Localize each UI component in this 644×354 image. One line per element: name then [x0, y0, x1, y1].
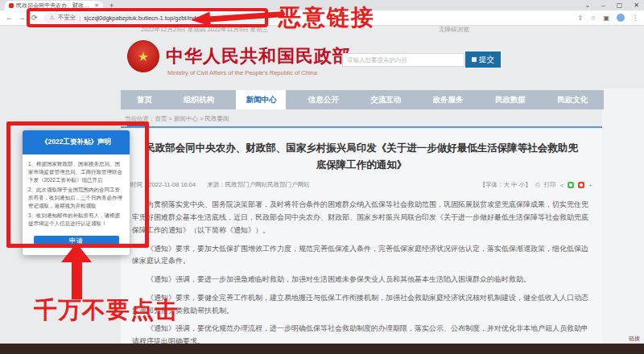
site-header: ★ 中华人民共和国民政部 Ministry of Civil Affairs o…: [121, 34, 604, 88]
nav-item-culture[interactable]: 民政文化: [547, 90, 597, 109]
printer-icon: ⎙: [535, 181, 540, 189]
forward-icon[interactable]: →: [19, 14, 26, 22]
window-minimize-button[interactable]: –: [601, 2, 605, 9]
profile-avatar[interactable]: [617, 14, 625, 22]
nav-item-info-disclosure[interactable]: 信息公开: [299, 90, 349, 109]
breadcrumb-divider-line: [121, 126, 602, 128]
nav-item-services[interactable]: 政务服务: [423, 90, 473, 109]
nav-item-organization[interactable]: 组织机构: [174, 90, 224, 109]
nav-item-news-center[interactable]: 新闻中心: [236, 90, 286, 109]
site-subtitle-en: Ministry of Civil Affairs of the People'…: [167, 69, 317, 76]
window-close-button[interactable]: ✕: [634, 2, 639, 9]
page-footer: [0, 344, 644, 354]
arrow-shaft: [208, 11, 284, 23]
article-meta: 时间：2022-11-08 16:04 来源：民政部门户网站民政部门户网站 【字…: [130, 181, 592, 189]
font-size-controls[interactable]: 【字体：大 中 小】: [479, 181, 530, 189]
annotation-arrow-to-popup: [61, 243, 92, 299]
nav-item-interaction[interactable]: 交流互动: [361, 90, 411, 109]
search-submit-button[interactable]: 提交: [465, 51, 501, 68]
annotation-malicious-link-label: 恶意链接: [279, 2, 375, 33]
footer-link-label: 链接: [629, 335, 640, 343]
arrow-head-icon: [191, 11, 211, 27]
article-paragraph: 《通知》强调，要进一步加强急难临时救助，加强对生活困难未参保失业人员和其他基本生…: [132, 274, 591, 286]
national-emblem-logo: ★: [127, 40, 159, 72]
window-maximize-button[interactable]: ▢: [617, 2, 623, 9]
site-title: 中华人民共和国民政部: [166, 44, 351, 68]
nav-item-home[interactable]: 首页: [127, 90, 162, 109]
print-button[interactable]: 打印: [544, 181, 556, 189]
wechat-share-icon[interactable]: [568, 182, 574, 188]
article-title: 民政部会同中央农办、财政部、国家乡村振兴局印发《关于进一步做好最低生活保障等社会…: [143, 140, 580, 173]
article-paragraph: 《通知》要求，要加大低保扩围增效工作力度，规范完善低保准入条件，完善低保家庭经济…: [132, 243, 591, 269]
page-right-margin: [602, 88, 644, 344]
article-content: 民政部会同中央农办、财政部、国家乡村振兴局印发《关于进一步做好最低生活保障等社会…: [121, 129, 602, 344]
article-paragraph: 为贯彻落实党中央、国务院决策部署，及时将符合条件的困难群众纳入低保等社会救助范围…: [132, 199, 591, 237]
side-panel-icon[interactable]: ▣: [603, 14, 609, 22]
article-paragraph: 《通知》要求，要健全完善工作机制，建立易地搬迁与低保工作衔接机制，加强社会救助家…: [132, 292, 591, 318]
share-caret-icon: ˂: [560, 182, 564, 189]
article-source: 来源：民政部门户网站民政部门户网站: [207, 181, 310, 189]
arrow-shaft: [72, 261, 82, 299]
annotation-box-popup: [6, 121, 149, 248]
weibo-share-icon[interactable]: [578, 182, 584, 188]
site-favicon: [9, 3, 14, 8]
bookmark-star-icon[interactable]: ☆: [590, 14, 596, 22]
broken-image-icon: [472, 57, 477, 62]
article-body: 为贯彻落实党中央、国务院决策部署，及时将符合条件的困难群众纳入低保等社会救助范围…: [132, 199, 591, 354]
emblem-star-icon: ★: [138, 49, 149, 64]
more-share-icon[interactable]: +: [588, 182, 592, 189]
main-navigation: 首页 组织机构 新闻中心 信息公开 交流互动 政务服务 民政数据 民政文化: [121, 90, 604, 109]
back-icon[interactable]: ←: [6, 14, 13, 22]
submit-label: 提交: [479, 55, 494, 65]
accessibility-link[interactable]: 无障碍浏览: [439, 26, 469, 34]
nav-item-data[interactable]: 民政数据: [485, 90, 535, 109]
tab-search-icon[interactable]: ⌄: [585, 2, 591, 9]
arrow-head-icon: [61, 243, 92, 262]
search-input[interactable]: [342, 53, 464, 67]
annotation-do-not-click-label: 千万不要点击: [34, 294, 179, 327]
browser-menu-icon[interactable]: ⋮: [632, 14, 638, 22]
share-icon[interactable]: ⇧: [578, 14, 584, 22]
